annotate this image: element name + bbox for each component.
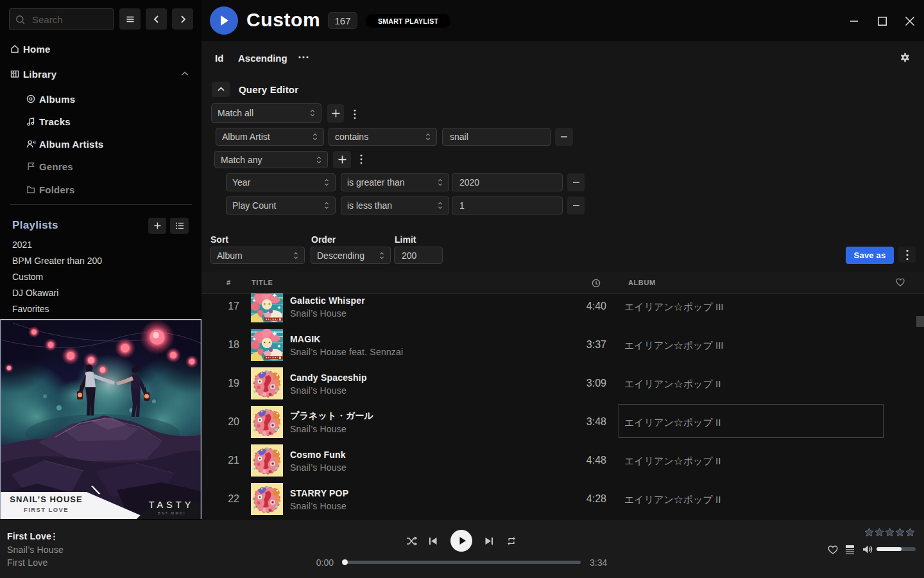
svg-text:TASTY: TASTY (149, 500, 194, 510)
svg-text:BST.MMXI: BST.MMXI (158, 511, 186, 515)
svg-text:FIRST LOVE: FIRST LOVE (24, 506, 69, 513)
svg-text:SNAIL’S HOUSE: SNAIL’S HOUSE (10, 495, 82, 504)
